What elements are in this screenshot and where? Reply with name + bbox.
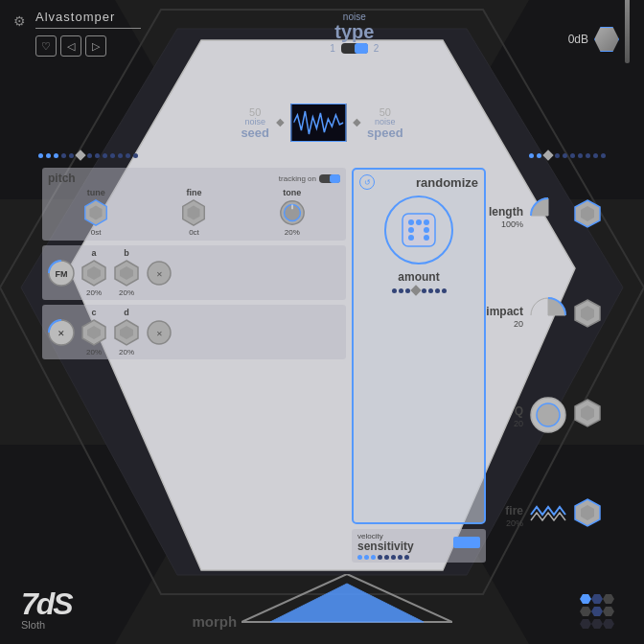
dot-2 xyxy=(46,153,51,158)
noise-type-toggle[interactable] xyxy=(341,43,368,54)
noise-speed-group: 50 noise speed xyxy=(367,106,403,139)
tracking-toggle[interactable] xyxy=(319,174,340,183)
noise-speed-slider[interactable] xyxy=(354,120,359,126)
length-arc xyxy=(527,195,569,237)
fm-a-label: a xyxy=(91,248,96,258)
tone-knob[interactable] xyxy=(278,198,307,227)
length-knob[interactable] xyxy=(573,199,602,232)
speed-slider-thumb xyxy=(353,119,360,126)
fm-x-group: ✕ xyxy=(145,259,173,288)
dot-s2 xyxy=(537,153,541,158)
impact-knob[interactable] xyxy=(573,299,602,332)
db-knob[interactable] xyxy=(594,27,619,52)
dice-button[interactable] xyxy=(384,196,453,264)
amt-dot-6 xyxy=(435,288,440,293)
amt-dot-5 xyxy=(428,288,433,293)
impact-value: 20 xyxy=(486,319,523,329)
impact-label: impact xyxy=(486,305,523,318)
prev-button[interactable]: ◁ xyxy=(60,35,81,57)
c-button[interactable]: ✕ xyxy=(47,318,76,347)
svg-marker-58 xyxy=(603,619,614,629)
d-x-knob[interactable]: ✕ xyxy=(145,318,173,347)
hex-cluster xyxy=(575,592,623,631)
fm-button[interactable]: FM xyxy=(47,259,76,288)
q-arc xyxy=(527,394,569,436)
tone-value: 20% xyxy=(285,228,300,237)
svg-text:FM: FM xyxy=(56,269,68,279)
vel-d5 xyxy=(384,555,389,560)
svg-marker-50 xyxy=(580,594,591,604)
velocity-toggle[interactable] xyxy=(453,537,480,548)
q-value: 20 xyxy=(514,419,523,428)
dot-s4 xyxy=(563,153,567,158)
waveform-display xyxy=(290,104,346,142)
amt-dot-7 xyxy=(442,288,447,293)
db-value: 0dB xyxy=(568,33,588,46)
fire-arc xyxy=(527,494,569,536)
svg-point-36 xyxy=(408,235,414,241)
top-area: Alvastomper ♡ ◁ ▷ noise type 1 xyxy=(14,8,630,63)
speed-diamond[interactable] xyxy=(542,150,553,160)
tune-group: tune 0st xyxy=(81,188,110,237)
vel-d2 xyxy=(364,555,369,560)
svg-text:✕: ✕ xyxy=(58,329,65,338)
morph-triangle[interactable] xyxy=(242,574,452,627)
noise-type-2: 2 xyxy=(374,43,380,54)
tracking-label: tracking on xyxy=(279,174,316,183)
vel-d4 xyxy=(378,555,382,560)
fm-a-knob[interactable] xyxy=(80,259,108,288)
top-right: 0dB xyxy=(568,15,630,63)
svg-text:✕: ✕ xyxy=(156,330,163,338)
amt-dot-4 xyxy=(422,288,426,293)
fm-b-group: b 20% xyxy=(112,248,141,297)
d-label: d xyxy=(124,308,129,317)
fine-knob[interactable] xyxy=(179,198,208,227)
fm-x-knob[interactable]: ✕ xyxy=(145,259,173,288)
tone-label: tone xyxy=(283,188,301,197)
dot-9 xyxy=(110,153,115,158)
noise-seed-slider[interactable] xyxy=(277,120,283,126)
svg-point-34 xyxy=(408,227,414,233)
q-knob[interactable] xyxy=(573,399,602,431)
length-label: length xyxy=(489,205,523,218)
center-column: ↺ randomize xyxy=(352,168,486,563)
tune-knob[interactable] xyxy=(81,198,110,227)
cd-row: ✕ c xyxy=(47,308,341,356)
fire-knob[interactable] xyxy=(573,498,602,531)
svg-marker-52 xyxy=(603,594,614,604)
heart-button[interactable]: ♡ xyxy=(35,35,57,57)
top-left: Alvastomper ♡ ◁ ▷ xyxy=(14,8,141,57)
fine-group: fine 0ct xyxy=(179,188,208,237)
noise-type-switch: 1 2 xyxy=(330,43,379,54)
pitch-header: pitch tracking on xyxy=(48,172,340,185)
amount-slider[interactable] xyxy=(410,285,421,295)
tracking-row: tracking on xyxy=(279,174,340,183)
noise-seed-group: 50 noise seed xyxy=(241,106,269,139)
amt-dot-2 xyxy=(399,288,403,293)
dot-4 xyxy=(61,153,66,158)
c-knob[interactable] xyxy=(80,318,108,347)
svg-marker-57 xyxy=(591,619,603,629)
pitch-section: pitch tracking on tune xyxy=(42,168,346,241)
left-column: pitch tracking on tune xyxy=(42,168,346,563)
impact-arc xyxy=(527,294,569,336)
velocity-section: velocity sensitivity xyxy=(352,529,486,563)
fm-b-knob[interactable] xyxy=(112,259,141,288)
impact-row: impact 20 xyxy=(492,294,602,336)
next-button[interactable]: ▷ xyxy=(85,35,106,57)
fm-row: FM a xyxy=(47,248,341,297)
vel-d6 xyxy=(391,555,396,560)
dot-6 xyxy=(87,153,92,158)
logo-text: 7dS xyxy=(21,588,72,619)
d-knob[interactable] xyxy=(112,318,141,347)
dot-s3 xyxy=(555,153,560,158)
dot-s7 xyxy=(586,153,590,158)
morph-label: morph xyxy=(192,613,237,630)
restore-button[interactable]: ↺ xyxy=(359,174,375,190)
noise-speed-label: speed xyxy=(367,126,403,139)
control-buttons: ♡ ◁ ▷ xyxy=(35,35,141,57)
c-knob-group: c 20% xyxy=(80,308,108,356)
seed-speed-row: 50 noise seed 50 noise speed xyxy=(241,104,402,142)
seed-diamond[interactable] xyxy=(76,150,86,160)
amt-dot-1 xyxy=(392,288,397,293)
